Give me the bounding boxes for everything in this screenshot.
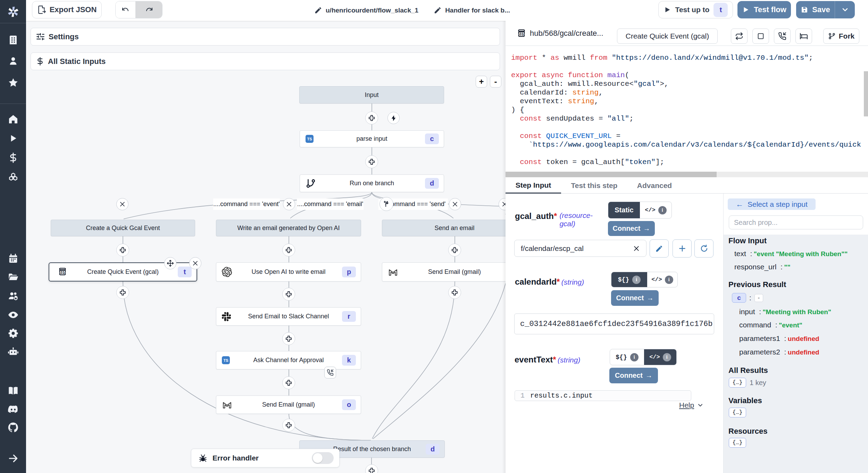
svg-text:31: 31 xyxy=(519,32,524,36)
